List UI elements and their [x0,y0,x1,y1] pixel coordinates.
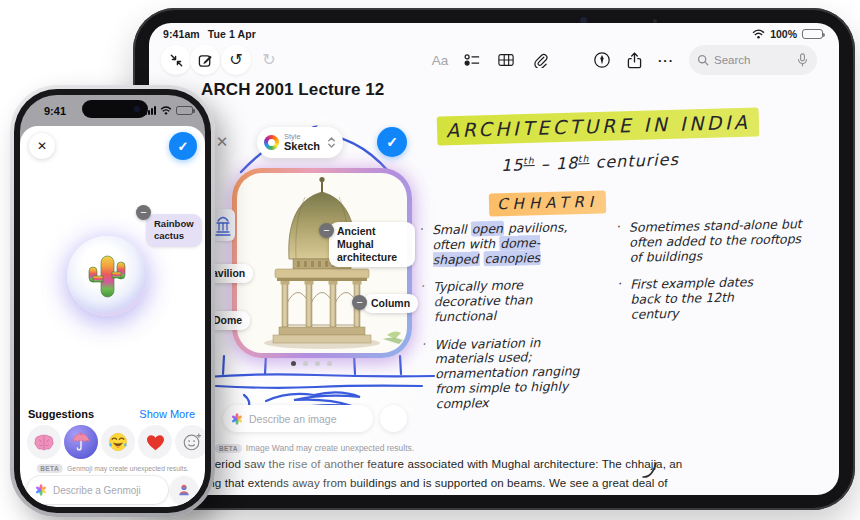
highlighted-word: canopies [483,250,541,266]
add-image-prompt-button[interactable] [380,405,407,432]
person-icon [177,483,191,497]
iphone-screen: 9:41 ✕ ✓ [20,95,205,507]
pen-mark [641,461,661,479]
text-format-button[interactable]: Aa [425,45,455,75]
attachment-button[interactable] [525,45,555,75]
undo-button[interactable]: ↺ [221,45,251,75]
subtitle-sup: th [578,154,590,164]
iphone-status-time: 9:41 [44,105,66,117]
apple-intelligence-icon [34,483,48,497]
dot[interactable] [303,361,308,366]
markup-button[interactable] [587,45,617,75]
genmoji-tag-rainbow-cactus[interactable]: Rainbow cactus [146,214,202,247]
more-button[interactable]: ··· [651,45,681,75]
tag-text: cactus [154,230,194,242]
cellular-signal-icon [145,106,156,115]
style-value: Sketch [284,141,320,153]
heart-emoji-icon [146,434,165,451]
describe-image-field[interactable] [223,405,373,432]
bullet-item: ·Wide variation in materials used; ornam… [421,335,588,412]
chevron-up-down-icon [327,136,336,149]
wifi-icon [160,106,172,115]
beta-badge: BETA [36,464,63,473]
brain-emoji-icon [34,434,54,451]
bullet-text: Wide variation in materials used; orname… [434,335,579,411]
bullet-item: ·Sometimes stand-alone but often added t… [616,217,817,265]
iphone-bezel: 9:41 ✕ ✓ [14,89,211,513]
suggestion-laughing-emoji[interactable] [101,425,135,459]
remove-tag-button[interactable]: − [319,223,334,238]
genmoji-accept-button[interactable]: ✓ [169,132,197,160]
iphone-status-icons [145,106,193,115]
minus-icon: − [140,207,146,218]
remove-tag-button[interactable]: − [352,295,367,310]
wifi-icon [752,29,765,39]
search-icon [697,54,709,66]
bullet-text: Sometimes stand-alone but often added to… [629,216,802,264]
stage: 9:41amTue 1 Apr 100% ↺ ↻ Aa [0,0,860,520]
minus-icon: − [323,225,329,236]
ipad-device: 9:41amTue 1 Apr 100% ↺ ↻ Aa [133,8,855,510]
dot[interactable] [327,361,332,366]
tag-text: Column [371,297,410,309]
battery-icon [176,106,193,115]
highlighted-word: open [471,221,505,237]
ipad-status-date: Tue 1 Apr [208,28,256,40]
dynamic-island [82,100,148,118]
show-more-link[interactable]: Show More [139,408,195,420]
plus-icon [387,412,400,425]
paperclip-icon [533,53,548,68]
compose-button[interactable] [190,45,220,75]
mic-icon[interactable] [797,53,808,67]
describe-genmoji-input[interactable] [53,485,153,496]
rainbow-cactus-genmoji [86,251,128,301]
suggestion-create-new-emoji[interactable] [175,425,205,459]
section-highlight: CHHATRI [489,190,607,216]
bullet-text: First example dates back to the 12th cen… [630,275,753,322]
redo-icon: ↻ [262,52,275,68]
remove-genmoji-tag-button[interactable]: − [136,205,151,220]
search-input[interactable] [714,54,792,66]
table-icon [498,53,514,67]
ipad-screen: 9:41amTue 1 Apr 100% ↺ ↻ Aa [149,23,839,495]
collapse-note-button[interactable] [161,45,191,75]
suggestion-umbrella-emoji-selected[interactable] [64,425,98,459]
note-title: ARCH 2001 Lecture 12 [201,80,384,100]
subtitle-part: 18 [555,153,578,173]
describe-genmoji-field[interactable] [27,476,168,504]
genmoji-close-button[interactable]: ✕ [29,133,55,159]
tag-column[interactable]: Column [363,294,418,313]
checklist-icon [464,53,480,67]
checklist-button[interactable] [457,45,487,75]
subtitle-sup: th [523,156,535,166]
ipad-status-left: 9:41amTue 1 Apr [163,28,256,40]
style-text: Style Sketch [284,133,320,152]
beta-text: Image Wand may create unexpected results… [246,443,414,453]
emoji-suggestions-row [27,425,205,459]
dot-active[interactable] [291,361,296,366]
style-rainbow-icon [264,135,279,150]
tag-text: architecture [337,251,407,264]
suggestion-heart-emoji[interactable] [138,425,172,459]
ellipsis-icon: ··· [658,53,674,68]
style-picker[interactable]: Style Sketch [257,127,343,158]
tag-ancient-mughal-architecture[interactable]: Ancient Mughal architecture [329,222,415,267]
bullet-dot: · [617,277,621,292]
image-variant-dots[interactable] [291,361,332,366]
new-emoji-icon [182,432,202,452]
image-wand-accept-button[interactable]: ✓ [377,127,407,157]
share-button[interactable] [619,45,649,75]
redo-button[interactable]: ↻ [254,45,284,75]
table-button[interactable] [491,45,521,75]
dot[interactable] [315,361,320,366]
image-wand-beta-note: BETA Image Wand may create unexpected re… [215,443,414,453]
describe-image-input[interactable] [249,413,349,425]
bullet-dot: · [616,220,620,235]
battery-icon [802,29,823,39]
search-field[interactable] [689,45,817,75]
text-format-icon: Aa [432,53,449,68]
tag-text: Rainbow [154,218,194,230]
undo-icon: ↺ [229,52,242,68]
person-genmoji-button[interactable] [170,476,198,504]
suggestion-brain-emoji[interactable] [27,425,61,459]
